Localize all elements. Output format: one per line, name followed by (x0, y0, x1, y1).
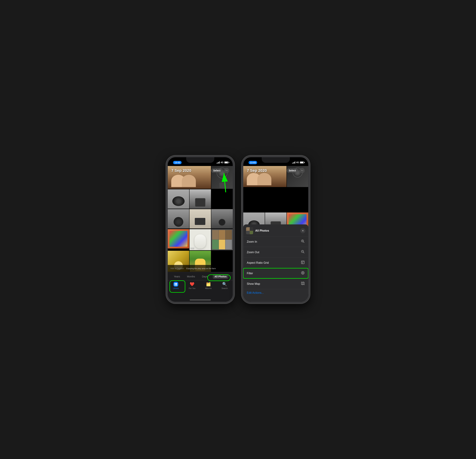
photo-cell-9[interactable]: 0:10 (189, 229, 211, 250)
svg-rect-0 (175, 283, 176, 284)
photo-cell-4[interactable] (189, 189, 211, 209)
battery-icon-left (224, 161, 229, 164)
signal-bars-left (217, 161, 220, 164)
status-right-right: 4G (292, 161, 305, 164)
svg-rect-2 (175, 284, 176, 286)
for-you-label-left: For You (189, 287, 196, 289)
show-map-label: Show Map (247, 282, 260, 286)
right-phone-screen: 13:03 4G 7 Sep 2020 Select ··· (243, 157, 308, 302)
edit-actions-text: Edit Actions... (247, 291, 264, 294)
signal-bars-right (292, 161, 295, 164)
for-you-icon-left: ❤️ (190, 282, 195, 287)
aspect-ratio-icon (301, 260, 305, 265)
show-map-icon (301, 281, 305, 286)
svg-line-7 (303, 242, 304, 243)
filter-tab-days[interactable]: Days (200, 274, 209, 279)
tab-albums-left[interactable]: 🗂️ Albums (203, 282, 213, 289)
status-right-left: 4G (217, 161, 229, 164)
header-actions-left: Select ··· (211, 168, 229, 173)
photo-cell-7[interactable] (211, 209, 233, 229)
zoom-out-icon (301, 250, 305, 254)
filter-label: Filter (247, 272, 253, 275)
library-icon-left (173, 282, 178, 287)
albums-label-left: Albums (205, 287, 212, 289)
edit-actions-link[interactable]: Edit Actions... (243, 289, 308, 296)
menu-item-aspect-ratio[interactable]: Aspect Ratio Grid (243, 258, 308, 268)
caption-text-left: Enjoying the play area on the farm (186, 267, 216, 270)
left-phone: 13:03 4G 7 Sep 2020 Select ··· (166, 156, 235, 303)
more-options-button-right[interactable]: ··· (299, 168, 305, 173)
library-label-left: Library (173, 287, 179, 289)
status-time-left: 13:03 (173, 161, 182, 164)
header-bar-left: 7 Sep 2020 Select ··· (168, 166, 233, 175)
menu-item-show-map[interactable]: Show Map (243, 279, 308, 289)
status-time-right: 13:03 (248, 161, 257, 164)
network-type-right: 4G (296, 161, 299, 164)
filter-tab-years[interactable]: Years (172, 274, 182, 279)
svg-rect-13 (301, 261, 304, 264)
home-indicator-left (190, 300, 211, 300)
left-phone-screen: 13:03 4G 7 Sep 2020 Select ··· (168, 157, 233, 302)
menu-item-zoom-in[interactable]: Zoom In (243, 237, 308, 247)
search-label-left: Search (221, 287, 228, 289)
zoom-in-label: Zoom In (247, 240, 257, 243)
search-icon-left: 🔍 (222, 282, 227, 287)
photo-cell-8[interactable] (168, 229, 189, 248)
video-badge-left: 0:10 (191, 247, 194, 249)
notch-right (262, 157, 290, 163)
more-options-button-left[interactable]: ··· (224, 168, 229, 173)
svg-line-11 (303, 252, 304, 253)
filter-tab-all-photos[interactable]: All Photos (213, 274, 228, 279)
menu-item-zoom-out[interactable]: Zoom Out (243, 247, 308, 258)
filter-icon (301, 271, 305, 276)
photo-cell-10[interactable] (211, 229, 233, 250)
photo-grid-left: 0:10 (168, 166, 233, 272)
zoom-in-icon (301, 239, 305, 244)
add-caption-left: Add a Caption (170, 267, 184, 270)
filter-tab-months[interactable]: Months (185, 274, 197, 279)
photo-cell-5[interactable] (168, 209, 189, 229)
filter-tabs-left: Years Months Days All Photos (168, 272, 233, 280)
header-date-left: 7 Sep 2020 (171, 168, 191, 173)
network-type-left: 4G (221, 161, 223, 164)
right-phone: 13:03 4G 7 Sep 2020 Select ··· (241, 156, 310, 303)
photo-cell-6[interactable] (189, 209, 211, 229)
photo-area-left: 0:10 (168, 166, 233, 272)
tab-library-left[interactable]: Library (170, 282, 181, 289)
header-bar-right: 7 Sep 2020 Select ··· (243, 166, 308, 175)
svg-rect-3 (176, 284, 177, 286)
tab-search-left[interactable]: 🔍 Search (219, 282, 230, 289)
caption-bar-left: Add a Caption Enjoying the play area on … (168, 265, 233, 272)
header-date-right: 7 Sep 2020 (247, 168, 267, 173)
zoom-out-label: Zoom Out (247, 251, 259, 254)
context-close-button[interactable]: ✕ (300, 228, 306, 233)
photo-cell-3[interactable] (168, 189, 189, 209)
context-menu-thumbnail (246, 227, 253, 234)
select-button-left[interactable]: Select (211, 168, 222, 173)
menu-item-filter[interactable]: Filter (243, 268, 308, 279)
svg-rect-1 (176, 283, 177, 284)
tab-for-you-left[interactable]: ❤️ For You (187, 282, 197, 289)
context-menu-right: All Photos ✕ Zoom In Zoom Out (243, 224, 308, 302)
svg-marker-20 (301, 282, 304, 285)
context-menu-header: All Photos ✕ (243, 224, 308, 237)
battery-icon-right (300, 161, 305, 164)
albums-icon-left: 🗂️ (206, 282, 211, 287)
aspect-ratio-label: Aspect Ratio Grid (247, 261, 269, 264)
bottom-area-left: Years Months Days All Photos (168, 272, 233, 302)
header-actions-right: Select ··· (287, 168, 305, 173)
select-button-right[interactable]: Select (287, 168, 298, 173)
notch (186, 157, 214, 163)
context-menu-title: All Photos (255, 229, 298, 232)
tab-bar-left: Library ❤️ For You 🗂️ Albums 🔍 Search (168, 280, 233, 290)
